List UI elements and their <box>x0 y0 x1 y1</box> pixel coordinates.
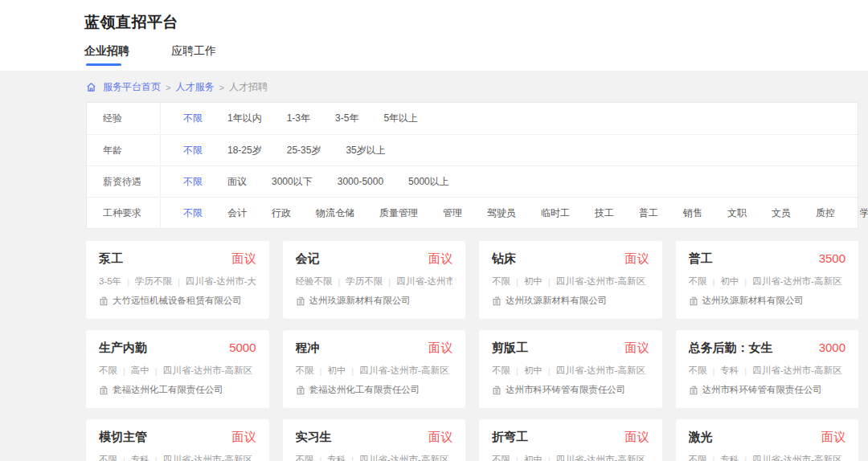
meta-divider: | <box>351 366 354 376</box>
breadcrumb-current: 人才招聘 <box>229 80 268 94</box>
job-card[interactable]: 泵工 面议 3-5年 | 学历不限 | 四川省-达州市-大竹... 大竹远恒机械… <box>86 241 269 319</box>
job-card[interactable]: 激光 面议 不限 | 专科 | 四川省-达州市-高新区 <box>676 419 859 461</box>
job-card[interactable]: 折弯工 面议 不限 | 初中 | 四川省-达州市-高新区 <box>479 419 662 461</box>
job-experience: 不限 <box>492 275 510 288</box>
job-card[interactable]: 模切主管 面议 不限 | 专科 | 四川省-达州市-高新区 <box>86 419 269 461</box>
job-experience: 不限 <box>689 365 707 377</box>
job-card[interactable]: 剪版工 面议 不限 | 初中 | 四川省-达州市-高新区 达州市科环铸管有限责任… <box>479 330 662 408</box>
job-salary: 面议 <box>232 251 256 267</box>
filter-row: 年龄 不限18-25岁25-35岁35岁以上 <box>87 134 858 165</box>
meta-divider: | <box>155 366 158 376</box>
filter-option[interactable]: 不限 <box>183 175 203 189</box>
filter-option[interactable]: 质控 <box>816 206 835 220</box>
job-education: 专科 <box>720 365 739 377</box>
filter-option[interactable]: 管理 <box>443 206 462 220</box>
filter-row: 工种要求 不限会计行政物流仓储质量管理管理驾驶员临时工技工普工销售文职文员质控学… <box>87 197 858 228</box>
filter-option[interactable]: 5年以上 <box>383 112 418 125</box>
tab-bar: 企业招聘 应聘工作 <box>84 44 868 66</box>
job-experience: 3-5年 <box>99 275 121 288</box>
job-experience: 不限 <box>99 454 117 461</box>
breadcrumb-link[interactable]: 服务平台首页 <box>103 80 161 94</box>
filter-options: 不限会计行政物流仓储质量管理管理驾驶员临时工技工普工销售文职文员质控学徒 <box>161 206 868 220</box>
job-title: 折弯工 <box>492 430 528 445</box>
filter-option[interactable]: 18-25岁 <box>227 144 262 157</box>
job-title: 激光 <box>689 430 713 445</box>
job-card[interactable]: 钻床 面议 不限 | 初中 | 四川省-达州市-高新区 达州玖源新材料有限公司 <box>479 241 662 319</box>
filter-option[interactable]: 1-3年 <box>287 112 310 125</box>
page-header: 蓝领直招平台 企业招聘 应聘工作 <box>0 0 868 71</box>
filter-option[interactable]: 学徒 <box>860 206 868 220</box>
job-meta: 不限 | 初中 | 四川省-达州市-高新区 <box>689 275 846 288</box>
meta-divider: | <box>320 455 322 461</box>
meta-divider: | <box>338 277 341 287</box>
job-card[interactable]: 程冲 面议 不限 | 初中 | 四川省-达州市-高新区 瓮福达州化工有限责任公司 <box>283 330 466 408</box>
filter-option[interactable]: 25-35岁 <box>287 144 321 157</box>
filter-option[interactable]: 3000-5000 <box>338 176 383 187</box>
job-experience: 不限 <box>99 365 117 377</box>
job-title: 生产内勤 <box>99 341 147 356</box>
filter-option[interactable]: 不限 <box>183 144 203 157</box>
filter-option[interactable]: 1年以内 <box>227 112 262 125</box>
job-meta: 不限 | 专科 | 四川省-达州市-高新区 <box>689 454 846 461</box>
job-title: 总务后勤：女生 <box>689 341 773 356</box>
job-card-header: 程冲 面议 <box>296 341 453 356</box>
filter-row-label: 工种要求 <box>87 198 161 228</box>
meta-divider: | <box>744 277 747 287</box>
meta-divider: | <box>123 366 125 376</box>
job-card[interactable]: 普工 3500 不限 | 初中 | 四川省-达州市-高新区 达州玖源新材料有限公… <box>676 241 859 319</box>
filter-row-label: 薪资待遇 <box>87 166 161 197</box>
job-card[interactable]: 生产内勤 5000 不限 | 高中 | 四川省-达州市-高新区 瓮福达州化工有限… <box>86 330 269 408</box>
filter-option[interactable]: 5000以上 <box>408 175 449 189</box>
building-icon <box>689 296 698 306</box>
job-meta: 不限 | 高中 | 四川省-达州市-高新区 <box>99 365 256 377</box>
filter-option[interactable]: 3000以下 <box>272 175 313 189</box>
filter-option[interactable]: 文员 <box>772 206 791 220</box>
job-card-header: 会记 面议 <box>296 251 453 267</box>
tab-enterprise-recruit[interactable]: 企业招聘 <box>84 44 129 66</box>
job-location: 四川省-达州市-高新区 <box>359 365 448 377</box>
job-education: 专科 <box>131 454 149 461</box>
breadcrumb-link[interactable]: 人才服务 <box>175 80 214 94</box>
job-card-header: 普工 3500 <box>689 251 846 267</box>
tab-apply-jobs[interactable]: 应聘工作 <box>171 44 216 66</box>
job-experience: 不限 <box>296 365 314 377</box>
filter-option[interactable]: 不限 <box>183 112 203 125</box>
filter-row: 薪资待遇 不限面议3000以下3000-50005000以上 <box>87 165 858 197</box>
filter-option[interactable]: 面议 <box>227 175 247 189</box>
filter-option[interactable]: 技工 <box>595 206 614 220</box>
filter-option[interactable]: 不限 <box>183 206 203 220</box>
filter-option[interactable]: 临时工 <box>541 206 570 220</box>
job-meta: 不限 | 初中 | 四川省-达州市-高新区 <box>492 454 649 461</box>
building-icon <box>492 386 502 395</box>
job-location: 四川省-达州市-高新区 <box>556 454 645 461</box>
page-title: 蓝领直招平台 <box>84 0 868 33</box>
home-icon[interactable] <box>86 82 96 92</box>
job-card-header: 剪版工 面议 <box>492 341 649 356</box>
filter-option[interactable]: 行政 <box>272 206 291 220</box>
job-card-header: 实习生 面议 <box>296 430 453 445</box>
job-card[interactable]: 总务后勤：女生 3000 不限 | 专科 | 四川省-达州市-高新区 达州市科环… <box>676 330 859 408</box>
job-meta: 不限 | 初中 | 四川省-达州市-高新区 <box>492 275 649 288</box>
job-salary: 5000 <box>229 341 256 354</box>
filter-option[interactable]: 销售 <box>683 206 702 220</box>
job-location: 四川省-达州市-高新区 <box>556 275 645 288</box>
filter-option[interactable]: 3-5年 <box>335 112 358 125</box>
company-name: 达州玖源新材料有限公司 <box>506 295 608 307</box>
job-salary: 面议 <box>232 430 256 445</box>
job-salary: 面议 <box>625 251 649 267</box>
job-company-row: 瓮福达州化工有限责任公司 <box>296 384 453 396</box>
filter-option[interactable]: 普工 <box>639 206 658 220</box>
job-experience: 不限 <box>296 454 314 461</box>
filter-option[interactable]: 物流仓储 <box>316 206 354 220</box>
meta-divider: | <box>744 366 747 376</box>
job-card[interactable]: 实习生 面议 不限 | 专科 | 四川省-达州市-高新区 <box>283 419 466 461</box>
job-company-row: 达州市科环铸管有限责任公司 <box>492 384 649 396</box>
filter-option[interactable]: 文职 <box>727 206 747 220</box>
filter-options: 不限18-25岁25-35岁35岁以上 <box>161 144 386 157</box>
filter-option[interactable]: 驾驶员 <box>487 206 516 220</box>
filter-option[interactable]: 质量管理 <box>379 206 418 220</box>
job-card[interactable]: 会记 面议 经验不限 | 学历不限 | 四川省-达州市-... 达州玖源新材料有… <box>283 241 466 319</box>
filter-option[interactable]: 35岁以上 <box>346 144 385 157</box>
filter-option[interactable]: 会计 <box>227 206 247 220</box>
job-education: 初中 <box>524 275 542 288</box>
